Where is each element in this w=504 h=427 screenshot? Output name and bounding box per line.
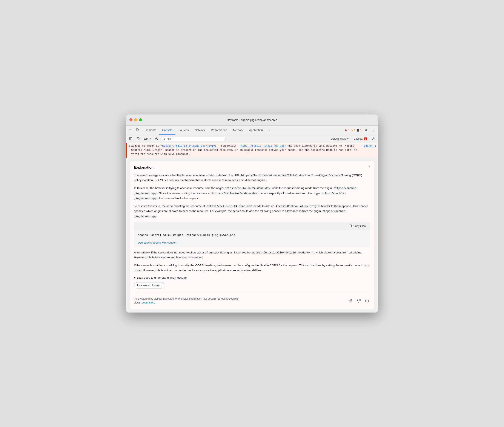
code-inline-origin1: https://hello-io-24.deno.dev bbox=[224, 187, 271, 190]
svg-rect-1 bbox=[130, 129, 131, 130]
device-toolbar-icon[interactable] bbox=[134, 127, 141, 133]
tab-bar: Elements Console Sources Network Perform… bbox=[142, 125, 274, 135]
issue-count: 1 bbox=[360, 129, 362, 132]
data-disclosure-label: Data used to understand this message bbox=[137, 276, 187, 279]
console-main: ⊗ Access to fetch at 'https://hello-io-2… bbox=[126, 143, 378, 313]
copy-code-button[interactable]: Copy code bbox=[347, 224, 368, 228]
code-block-toolbar: Copy code bbox=[134, 222, 370, 230]
svg-point-13 bbox=[156, 138, 157, 139]
svg-rect-9 bbox=[129, 137, 132, 140]
svg-point-5 bbox=[366, 130, 367, 131]
code-inline-url1: https://hello-io-24.deno.dev/?lvl=1 bbox=[240, 174, 299, 177]
code-inline-header1: Access-Control-Allow-Origin bbox=[275, 205, 320, 208]
explanation-para4: Alternatively, if the server does not ne… bbox=[134, 250, 370, 260]
svg-rect-0 bbox=[129, 129, 130, 130]
warning-badge[interactable]: ⚠ 1 bbox=[350, 129, 355, 132]
top-label: top bbox=[144, 137, 148, 140]
toolbar-right: ⊗ 2 ⚠ 1 ⬛ 1 bbox=[345, 127, 376, 133]
top-context-selector[interactable]: top bbox=[142, 137, 152, 141]
issue-icon: ⬛ bbox=[356, 129, 360, 132]
svg-point-7 bbox=[373, 130, 373, 130]
code-inline-server1: https://hello-io-24.deno.dev bbox=[206, 205, 253, 208]
filter-area[interactable] bbox=[161, 137, 226, 141]
code-inline-header2: Access-Control-Allow-Origin bbox=[251, 251, 297, 254]
svg-rect-2 bbox=[129, 130, 130, 130]
clear-console-icon[interactable] bbox=[135, 136, 141, 142]
levels-label: Default levels bbox=[331, 137, 346, 140]
more-info-button[interactable] bbox=[364, 298, 370, 304]
warning-count: 1 bbox=[354, 129, 355, 132]
close-button[interactable] bbox=[129, 118, 133, 121]
tab-elements[interactable]: Elements bbox=[142, 125, 159, 135]
maximize-button[interactable] bbox=[139, 118, 142, 121]
settings-icon[interactable] bbox=[363, 127, 369, 133]
minimize-button[interactable] bbox=[134, 118, 137, 121]
error-circle-icon: ⊗ bbox=[345, 129, 347, 132]
issue-icon-sm: 1 bbox=[364, 137, 367, 140]
sidebar-toggle-icon[interactable] bbox=[128, 136, 134, 142]
feedback-icons bbox=[348, 298, 370, 304]
svg-rect-4 bbox=[138, 130, 139, 131]
default-levels-dropdown[interactable]: Default levels bbox=[329, 137, 351, 141]
error-count: 2 bbox=[348, 129, 349, 132]
use-search-button[interactable]: Use search instead bbox=[134, 282, 164, 289]
issue-label: 1 Issue: bbox=[354, 137, 363, 140]
use-search-label: Use search instead bbox=[137, 284, 161, 287]
error-url1-link[interactable]: https://hello-io-24.deno.dev/?lvl=1 bbox=[162, 145, 216, 148]
explanation-title: Explanation bbox=[134, 166, 370, 169]
svg-point-6 bbox=[373, 129, 373, 129]
learn-more-link[interactable]: Learn more bbox=[142, 301, 155, 304]
code-inline-origin5: https://bubble-jingle.web.app bbox=[134, 210, 346, 218]
tab-more[interactable]: » bbox=[266, 125, 273, 135]
console-toolbar: top Default levels 1 Issue: 1 bbox=[126, 135, 378, 143]
error-source-link[interactable]: search:1 bbox=[364, 144, 376, 157]
traffic-lights bbox=[129, 118, 142, 121]
error-badge[interactable]: ⊗ 2 bbox=[345, 129, 349, 132]
eye-icon[interactable] bbox=[154, 136, 160, 142]
issue-badge[interactable]: ⬛ 1 bbox=[356, 129, 362, 132]
error-row: ⊗ Access to fetch at 'https://hello-io-2… bbox=[126, 143, 378, 158]
svg-point-14 bbox=[373, 138, 374, 139]
code-snippet-text: Access-Control-Allow-Origin: https://bub… bbox=[138, 234, 235, 237]
tab-network[interactable]: Network bbox=[192, 125, 208, 135]
code-block-wrapper: Copy code Access-Control-Allow-Origin: h… bbox=[134, 222, 370, 247]
svg-point-8 bbox=[373, 131, 373, 131]
tab-application[interactable]: Application bbox=[246, 125, 266, 135]
explanation-para3: To resolve this issue, the server hostin… bbox=[134, 204, 370, 219]
explanation-close-button[interactable]: × bbox=[367, 164, 372, 169]
filter-input[interactable] bbox=[167, 137, 223, 140]
error-url2-link[interactable]: https://bubble-jingle.web.app bbox=[240, 145, 284, 148]
inspect-element-icon[interactable] bbox=[128, 127, 134, 133]
code-inline-no-cors: no-cors bbox=[134, 264, 370, 272]
disclosure-arrow-icon: ▶ bbox=[134, 276, 136, 279]
code-caution-link[interactable]: Use code snippets with caution bbox=[134, 241, 180, 247]
titlebar: DevTools - bubble-jingle.web.app/search bbox=[126, 114, 378, 126]
error-circle-icon: ⊗ bbox=[128, 144, 130, 157]
footer-disclaimer-text: This feature may display inaccurate or o… bbox=[134, 297, 242, 305]
svg-rect-3 bbox=[136, 129, 138, 131]
console-settings-icon[interactable] bbox=[370, 136, 376, 142]
explanation-para1: The error message indicates that the bro… bbox=[134, 173, 370, 183]
tab-console[interactable]: Console bbox=[159, 125, 175, 135]
thumbs-down-button[interactable] bbox=[356, 298, 362, 304]
code-inline-origin3: https://hello-io-24.deno.dev bbox=[211, 192, 258, 195]
more-options-icon[interactable] bbox=[370, 127, 376, 133]
tab-performance[interactable]: Performance bbox=[208, 125, 230, 135]
svg-line-12 bbox=[137, 138, 139, 140]
copy-code-label: Copy code bbox=[354, 224, 366, 228]
tab-memory[interactable]: Memory bbox=[230, 125, 246, 135]
code-inline-wildcard: * bbox=[310, 251, 314, 254]
explanation-para5: If the server is unable or unwilling to … bbox=[134, 263, 370, 273]
explanation-panel: Explanation × The error message indicate… bbox=[129, 161, 375, 309]
code-block-content: Access-Control-Allow-Origin: https://bub… bbox=[134, 230, 370, 241]
tab-sources[interactable]: Sources bbox=[175, 125, 192, 135]
thumbs-up-button[interactable] bbox=[348, 298, 354, 304]
explanation-para2: In this case, the browser is trying to a… bbox=[134, 186, 370, 201]
warning-triangle-icon: ⚠ bbox=[350, 129, 353, 132]
explanation-footer: This feature may display inaccurate or o… bbox=[134, 294, 370, 305]
window-title: DevTools - bubble-jingle.web.app/search bbox=[227, 118, 277, 122]
data-disclosure-toggle[interactable]: ▶ Data used to understand this message bbox=[134, 276, 370, 279]
devtools-tab-bar: Elements Console Sources Network Perform… bbox=[126, 126, 378, 135]
error-message-text: Access to fetch at 'https://hello-io-24.… bbox=[131, 144, 362, 157]
issue-indicator: 1 Issue: 1 bbox=[352, 137, 369, 141]
